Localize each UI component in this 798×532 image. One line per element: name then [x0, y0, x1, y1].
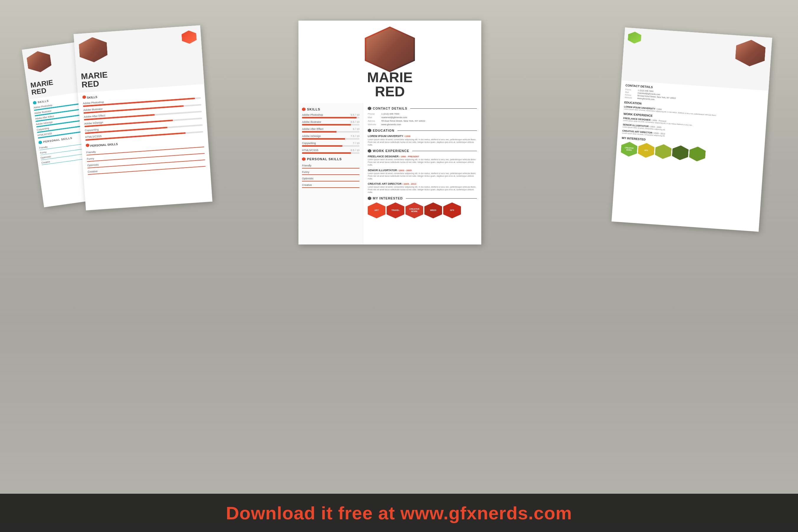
sh-main-1: Adobe Illustrator 8.5 / 10	[302, 120, 360, 124]
website-label: Website	[368, 123, 380, 126]
edu-desc-main: Lorem ipsum dolor sit amet, consectetur …	[368, 138, 477, 146]
wt-1: SENIOR ILLUSRTATOR / 2003 - 2005	[368, 169, 477, 172]
cr-web-value: www.gfxnerds.com	[637, 97, 655, 100]
mail-label: Mail	[368, 116, 380, 119]
sh-main-5: HTML5/CSS5 8.5 / 10	[302, 149, 360, 152]
ps-icon-ml	[86, 144, 90, 147]
cr-edu-year-0: / 1998	[656, 108, 662, 110]
hex-deco-right	[628, 31, 642, 44]
address-value: 55 East 52nd Street, New York, NY 10022	[381, 119, 425, 122]
card-mid-left: MARIE RED SKILLS Adobe Photoshop Adobe I…	[74, 25, 213, 211]
sn-main-2: Adobe After Effect	[302, 128, 323, 131]
contact-section-main: CONTACT DETAILS Phone 1 (212) 446 7000 M…	[368, 107, 477, 126]
edu-title-text: LOREM IPSUM UNIVERSITY	[368, 135, 403, 137]
hex-cr-3	[655, 144, 672, 160]
sb-main-3	[302, 138, 360, 140]
contact-head-main: CONTACT DETAILS	[368, 107, 477, 110]
hex-photo-mid-left	[78, 36, 108, 63]
wt-0: FREELANCE DESIGNER / 1998 - Present	[368, 155, 477, 158]
edu-icon-main	[368, 129, 371, 132]
interests-divider	[406, 198, 477, 198]
ln-main: RED	[367, 84, 413, 99]
ss-main-5: 8.5 / 10	[351, 149, 360, 152]
banner-static-text: Download it free at	[226, 503, 400, 523]
education-section-main: EDUCATION LOREM IPSUM UNIVERSITY / 1998 …	[368, 129, 477, 146]
sf-main-0	[302, 117, 357, 118]
fn-main: MARIE	[367, 71, 413, 84]
work-head-main: WORK EXPERIENCE	[368, 149, 477, 153]
sn-main-0: Adobe Photoshop	[302, 113, 323, 116]
hex-deco-mid-left	[181, 30, 197, 44]
hexagons-row: ART TRAVEL CREATIVEWORK WEED GFX	[368, 202, 477, 218]
interests-section-main: MY INTERESTED ART TRAVEL CREATIVEWORK WE…	[368, 196, 477, 218]
card-center-body: SKILLS Adobe Photoshop 9.5 / 10 Adobe Il…	[298, 103, 481, 245]
sn-main-3: Adobe InDesign	[302, 135, 321, 137]
sn-main-1: Adobe Illustrator	[302, 120, 322, 124]
hex-photo-far-left	[26, 50, 52, 74]
banner-url: www.gfxnerds.com	[400, 503, 572, 523]
contact-address: Adress 55 East 52nd Street, New York, NY…	[368, 119, 477, 122]
sf-main-3	[302, 138, 345, 140]
sb-main-1	[302, 124, 360, 126]
hex-cr-5	[689, 146, 706, 162]
cr-web-label: Website	[624, 96, 636, 99]
card-right: CONTACT DETAILS Phone 1 (212) 446 7000 M…	[612, 27, 772, 231]
ps-head-main: PERSONAL SKILLS	[302, 157, 360, 161]
sb-main-0	[302, 117, 360, 118]
sf-main-5	[302, 152, 351, 154]
wy-1: / 2003 - 2005	[398, 169, 412, 172]
hex-shape-right	[735, 39, 766, 68]
wy-0: / 1998 - Present	[399, 155, 419, 158]
hex-photo-right	[735, 39, 766, 68]
col-right-main: CONTACT DETAILS Phone 1 (212) 446 7000 M…	[363, 103, 481, 245]
cards-container: MARIE RED SKILLS Adobe Photoshop Adobe I…	[15, 18, 783, 491]
contact-phone: Phone 1 (212) 446 7000	[368, 113, 477, 115]
cr-phone-label: Phone	[625, 88, 636, 91]
skill-main-5: HTML5/CSS5 8.5 / 10	[302, 149, 360, 154]
skills-icon-far-left	[33, 101, 37, 105]
wy-2: / 2005 - 2013	[402, 183, 416, 185]
sb-main-5	[302, 152, 360, 154]
edu-title-main: LOREM IPSUM UNIVERSITY / 1998	[368, 135, 477, 137]
hex-travel: TRAVEL	[387, 202, 404, 218]
skill-main-2: Adobe After Effect 6 / 10	[302, 128, 360, 133]
contact-mail: Mail mariered@gfxnerds.com	[368, 116, 477, 119]
interests-icon-main	[368, 196, 371, 200]
sh-main-4: Copywriting 7 / 10	[302, 142, 360, 145]
psi-2: Optimistic	[302, 176, 360, 182]
sh-main-3: Adobe InDesign 7.5 / 10	[302, 135, 360, 137]
wd-2: Lorem ipsum dolor sit amet, consectetur …	[368, 186, 477, 193]
ss-main-0: 9.5 / 10	[351, 113, 360, 116]
card-center-header: MARIE RED	[298, 21, 481, 103]
cr-mail-label: Mail	[625, 91, 636, 94]
work-experience-section: WORK EXPERIENCE FREELANCE DESIGNER / 199…	[368, 149, 477, 193]
sn-main-5: HTML5/CSS5	[302, 149, 319, 152]
address-label: Adress	[368, 119, 380, 122]
edu-head-main: EDUCATION	[368, 129, 477, 132]
work-item-0: FREELANCE DESIGNER / 1998 - Present Lore…	[368, 155, 477, 166]
photo-far-left	[26, 50, 52, 74]
skill-main-3: Adobe InDesign 7.5 / 10	[302, 135, 360, 140]
hex-gfx: GFX	[443, 202, 461, 218]
psi-1: Funny	[302, 170, 360, 175]
hex-photo-main	[366, 28, 414, 71]
sf-main-2	[302, 131, 337, 133]
hex-cr-gfx: GFX	[638, 142, 655, 158]
work-icon-main	[368, 149, 371, 153]
card-right-header	[621, 27, 772, 91]
card-right-body: CONTACT DETAILS Phone 1 (212) 446 7000 M…	[616, 80, 768, 169]
psi-0: Friendly	[302, 163, 360, 169]
skill-main-0: Adobe Photoshop 9.5 / 10	[302, 113, 360, 118]
hex-cr-creative: CREATIVEWORK	[620, 141, 638, 157]
bottom-banner: Download it free at www.gfxnerds.com	[0, 494, 798, 532]
col-left-main: SKILLS Adobe Photoshop 9.5 / 10 Adobe Il…	[298, 103, 363, 245]
hex-shape-far-left	[26, 50, 52, 74]
mail-value: mariered@gfxnerds.com	[381, 116, 407, 119]
work-item-2: CREATIVE ART DIRECTOR / 2005 - 2013 Lore…	[368, 182, 477, 193]
skills-icon-ml	[82, 95, 86, 99]
wd-1: Lorem ipsum dolor sit amet, consectetur …	[368, 172, 477, 180]
wd-0: Lorem ipsum dolor sit amet, consectetur …	[368, 158, 477, 166]
name-far-left: MARIE RED	[30, 79, 55, 96]
sf-main-1	[302, 124, 351, 126]
hex-shape-mid-left	[78, 36, 108, 63]
